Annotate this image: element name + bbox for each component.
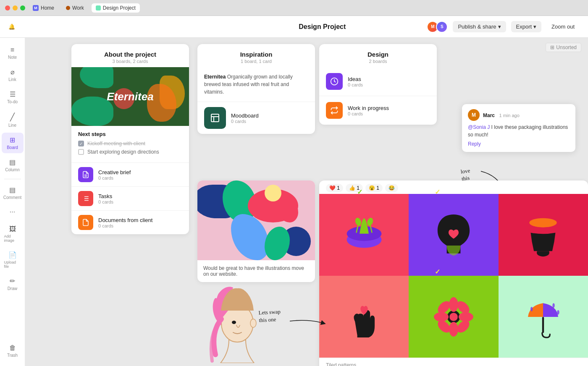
design-item-wip[interactable]: Work in progress 0 cards [319,96,437,125]
svg-point-26 [530,307,533,311]
todo-icon: ☰ [10,90,16,98]
sidebar-trash-label: Trash [7,353,18,358]
trash-icon: 🗑 [9,344,16,352]
reply-button[interactable]: Reply [468,141,570,147]
checkbox-design[interactable]: Start exploring design directions [78,149,182,155]
tab-design-project[interactable]: Design Project [92,3,140,13]
tab-work-label: Work [72,5,84,11]
sidebar-item-line[interactable]: ╱ Line [2,109,24,131]
sidebar-draw-label: Draw [8,286,17,291]
checkbox-unchecked-icon [78,149,84,155]
list-item-creative-brief[interactable]: Creative brief 0 cards [71,162,189,186]
note-icon: ≡ [10,46,14,54]
svg-point-17 [449,297,458,312]
card-design[interactable]: Design 2 boards Ideas 0 cards Work in pr… [319,44,437,125]
sidebar-item-todo[interactable]: ☰ To-do [2,87,24,107]
tile-5 [409,276,498,358]
list-item-tasks[interactable]: Tasks 0 cards [71,186,189,210]
sidebar-item-upload[interactable]: 📄 Upload file [2,248,24,272]
zoom-out-button[interactable]: Zoom out [546,21,580,32]
maximize-button[interactable] [20,5,25,10]
eternitea-brand-text: Eternitea [107,90,153,103]
sidebar-item-link[interactable]: ⌀ Link [2,65,24,85]
tile-6 [499,276,588,358]
sidebar-link-label: Link [8,77,16,82]
moodboard-label: Moodboard [231,112,259,119]
checkmark-2: ✓ [435,188,440,196]
tab-home[interactable]: M Home [29,3,58,13]
comment-time: 1 min ago [499,113,519,118]
unsorted-label: Unsorted [556,44,577,50]
sidebar-item-add-image[interactable]: 🖼 Add image [2,222,24,246]
page-title: Design Project [218,23,427,31]
export-button[interactable]: Export ▾ [511,21,542,32]
sidebar-item-board[interactable]: ⊞ Board [2,133,24,153]
sidebar-item-trash[interactable]: 🗑 Trash [2,341,24,361]
card-tiled-patterns[interactable]: ❤️ 1 👍 1 😮 1 😂 [319,180,588,366]
publish-share-button[interactable]: Publish & share ▾ [453,21,506,32]
moodboard-text: Moodboard 0 cards [231,112,259,124]
swap-arrow-svg [290,315,328,332]
notification-icon[interactable]: 🔔 [8,24,15,30]
eternitea-image: Eternitea [71,67,189,126]
checkbox-kickoff[interactable]: ✓ Kickoff meeting with client [78,141,182,146]
unsorted-icon: ⊞ [550,44,554,50]
comment-card[interactable]: M Marc 1 min ago @Sonia J I love these p… [462,104,575,152]
avatar-2: S [436,21,448,33]
minimize-button[interactable] [13,5,18,10]
publish-share-label: Publish & share [458,24,496,30]
svg-point-19 [434,312,449,322]
svg-point-30 [250,319,256,327]
tasks-icon [78,191,93,206]
sidebar-item-more[interactable]: ··· [2,205,24,220]
design-item-ideas[interactable]: Ideas 0 cards [319,67,437,96]
ideas-icon [326,73,343,90]
moodboard-item[interactable]: Moodboard 0 cards [197,102,315,134]
sidebar-add-image-label: Add image [4,234,21,243]
unsorted-badge[interactable]: ⊞ Unsorted [546,43,581,52]
checkmark-3: ✓ [435,268,440,276]
next-steps-section: Next steps ✓ Kickoff meeting with client… [71,126,189,162]
about-title: About the project [80,51,181,58]
documents-count: 0 cards [98,223,152,228]
close-button[interactable] [5,5,10,10]
sidebar-item-draw[interactable]: ✏ Draw [2,274,24,294]
more-icon: ··· [10,208,15,216]
ideas-text: Ideas 0 cards [348,76,363,87]
title-bar: M Home Work Design Project [0,0,588,16]
wip-text: Work in progress 0 cards [348,105,389,116]
tile-3 [499,194,588,276]
card-about-project[interactable]: About the project 3 boards, 2 cards Eter… [71,44,189,234]
tasks-text: Tasks 0 cards [98,193,113,204]
export-label: Export [516,24,532,30]
list-item-documents[interactable]: Documents from client 0 cards [71,210,189,234]
checkbox-design-label: Start exploring design directions [87,149,159,155]
sidebar-item-comment[interactable]: ▤ Comment [2,183,24,203]
tab-home-label: Home [41,5,54,11]
card-inspiration[interactable]: Inspiration 1 board, 1 card Eternitea Or… [197,44,315,134]
svg-rect-8 [211,114,219,122]
about-header: About the project 3 boards, 2 cards [71,44,189,67]
card-inspiration-image[interactable]: Would be great to have the illustrations… [197,180,315,282]
reaction-laugh[interactable]: 😂 [385,184,398,192]
annotation-swap-label: Lets swap this one [258,308,281,324]
comment-icon: ▤ [9,186,16,194]
creative-brief-label: Creative brief [98,169,131,175]
sidebar-item-note[interactable]: ≡ Note [2,43,24,63]
comment-header: M Marc 1 min ago [468,109,570,121]
documents-text: Documents from client 0 cards [98,217,152,228]
about-subtitle: 3 boards, 2 cards [80,59,181,64]
checkbox-checked-icon: ✓ [78,141,84,146]
reaction-wow[interactable]: 😮 1 [365,184,383,192]
inspiration-header: Inspiration 1 board, 1 card [197,44,315,67]
chevron-down-icon: ▾ [498,24,501,30]
upload-icon: 📄 [8,251,17,259]
tab-work[interactable]: Work [62,3,88,13]
design-title: Design [328,51,428,58]
chevron-down-icon-export: ▾ [533,24,536,30]
sidebar-item-column[interactable]: ▤ Column [2,155,24,175]
svg-point-27 [553,303,555,308]
reaction-heart[interactable]: ❤️ 1 [326,184,343,192]
sidebar-comment-label: Comment [3,195,21,200]
creative-brief-text: Creative brief 0 cards [98,169,131,180]
